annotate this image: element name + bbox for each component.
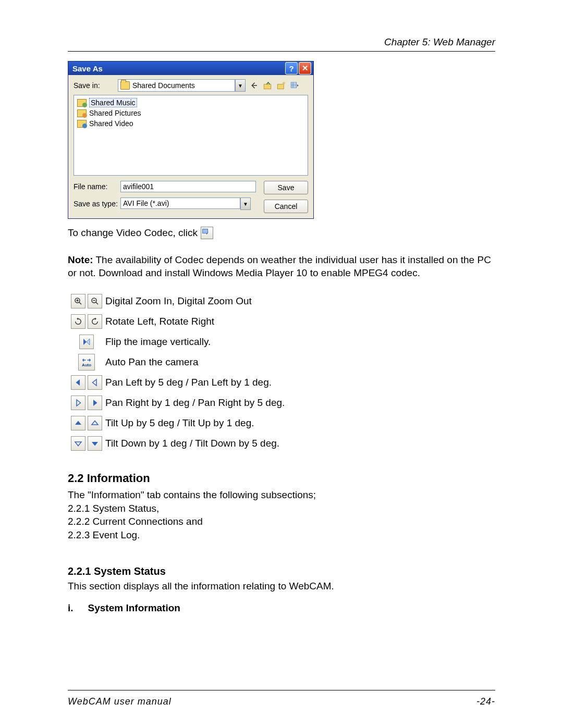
list-item[interactable]: Shared Video: [77, 118, 304, 129]
codec-dropdown-icon[interactable]: [201, 227, 213, 239]
section-2-2-text: The "Information" tab contains the follo…: [68, 488, 495, 542]
views-icon[interactable]: [289, 80, 300, 91]
page-number: -24-: [476, 696, 495, 707]
auto-pan-icon[interactable]: Auto: [78, 354, 95, 371]
filename-label: File name:: [74, 182, 120, 191]
cancel-button[interactable]: Cancel: [264, 200, 308, 213]
icon-description-table: Digital Zoom In, Digital Zoom Out Rotate…: [68, 291, 495, 454]
footer-rule: [68, 690, 495, 690]
rotate-left-icon[interactable]: [71, 314, 85, 329]
dialog-titlebar[interactable]: Save As ? ✕: [68, 61, 313, 75]
note-text: The availability of Codec depends on wea…: [68, 254, 491, 279]
tilt-up-5-icon[interactable]: [71, 416, 85, 430]
save-in-label: Save in:: [74, 81, 118, 90]
footer-left: WebCAM user manual: [68, 696, 172, 707]
file-name: Shared Music: [89, 98, 137, 107]
help-icon[interactable]: ?: [285, 62, 298, 75]
save-button[interactable]: Save: [264, 181, 308, 194]
codec-text: To change Video Codec, click: [68, 226, 198, 240]
pan-left-1-icon[interactable]: [88, 375, 102, 390]
zoom-out-icon[interactable]: [88, 294, 102, 309]
page-footer: WebCAM user manual -24-: [68, 696, 495, 707]
auto-label: Auto: [82, 363, 91, 367]
svg-rect-1: [277, 84, 284, 89]
pan-right-1-icon[interactable]: [71, 396, 85, 410]
note-label: Note:: [68, 254, 93, 265]
codec-paragraph: To change Video Codec, click: [68, 226, 213, 240]
folder-icon: [120, 81, 130, 90]
icon-desc: Auto Pan the camera: [105, 356, 199, 368]
icon-desc: Tilt Up by 5 deg / Tilt Up by 1 deg.: [105, 417, 254, 429]
tilt-up-1-icon[interactable]: [88, 416, 102, 430]
rotate-right-icon[interactable]: [88, 314, 102, 329]
file-name: Shared Video: [89, 119, 133, 128]
file-name: Shared Pictures: [89, 109, 141, 117]
list-item[interactable]: Shared Music: [77, 97, 304, 108]
tilt-down-1-icon[interactable]: [71, 436, 85, 451]
folder-icon: [77, 120, 87, 128]
svg-rect-0: [264, 84, 271, 89]
new-folder-icon[interactable]: [276, 80, 286, 91]
section-i-prefix: i.: [68, 602, 74, 614]
close-icon[interactable]: ✕: [299, 62, 311, 75]
back-icon[interactable]: [249, 80, 259, 91]
save-as-dialog: Save As ? ✕ Save in: Shared Documents ▼: [68, 61, 314, 219]
save-in-dropdown[interactable]: Shared Documents: [118, 79, 235, 92]
icon-desc: Pan Left by 5 deg / Pan Left by 1 deg.: [105, 377, 272, 388]
filename-value: avifile001: [123, 182, 154, 191]
text-line: 2.2.2 Current Connections and: [68, 515, 495, 528]
section-i-title: System Information: [88, 602, 180, 614]
icon-desc: Digital Zoom In, Digital Zoom Out: [105, 295, 252, 307]
zoom-in-icon[interactable]: [71, 294, 85, 309]
chapter-header: Chapter 5: Web Manager: [68, 36, 495, 48]
svg-line-15: [96, 302, 99, 305]
text-line: 2.2.3 Event Log.: [68, 528, 495, 542]
section-2-2-heading: 2.2 Information: [68, 472, 495, 485]
text-line: 2.2.1 System Status,: [68, 502, 495, 515]
folder-icon: [77, 99, 87, 107]
note-paragraph: Note: The availability of Codec depends …: [68, 253, 495, 280]
section-2-2-1-text: This section displays all the informatio…: [68, 579, 495, 593]
icon-desc: Pan Right by 1 deg / Pan Right by 5 deg.: [105, 397, 285, 409]
filetype-label: Save as type:: [74, 200, 120, 208]
section-2-2-1-heading: 2.2.1 System Status: [68, 565, 495, 577]
section-i-heading: i. System Information: [68, 602, 495, 614]
up-one-level-icon[interactable]: [262, 80, 273, 91]
svg-rect-6: [291, 82, 297, 88]
icon-desc: Rotate Left, Rotate Right: [105, 316, 214, 327]
icon-desc: Flip the image vertically.: [105, 336, 211, 348]
pan-left-5-icon[interactable]: [71, 375, 85, 390]
chevron-down-icon[interactable]: ▼: [240, 198, 251, 210]
flip-vertical-icon[interactable]: [79, 335, 94, 349]
text-line: The "Information" tab contains the follo…: [68, 488, 495, 502]
chevron-down-icon[interactable]: ▼: [235, 79, 246, 92]
filetype-value: AVI File (*.avi): [123, 199, 169, 207]
folder-icon: [77, 109, 87, 117]
icon-desc: Tilt Down by 1 deg / Tilt Down by 5 deg.: [105, 438, 279, 449]
svg-line-11: [79, 302, 82, 305]
dialog-title: Save As: [72, 64, 103, 73]
list-item[interactable]: Shared Pictures: [77, 108, 304, 118]
file-list-pane[interactable]: Shared Music Shared Pictures Shared Vide…: [74, 95, 308, 176]
filetype-dropdown[interactable]: AVI File (*.avi) ▼: [120, 198, 251, 210]
save-in-value: Shared Documents: [132, 81, 195, 90]
tilt-down-5-icon[interactable]: [88, 436, 102, 451]
filename-input[interactable]: avifile001: [120, 181, 256, 192]
header-rule: [68, 51, 495, 52]
pan-right-5-icon[interactable]: [88, 396, 102, 410]
